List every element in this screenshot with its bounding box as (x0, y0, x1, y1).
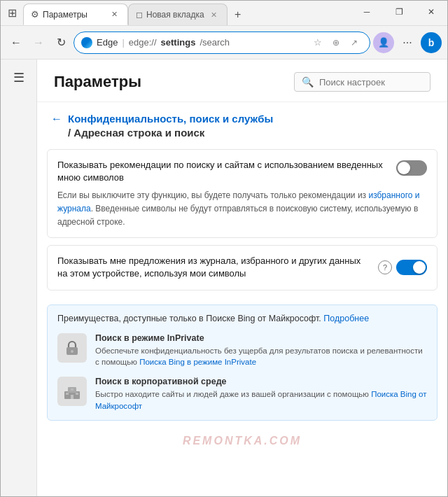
toggle2-help-icon[interactable]: ? (378, 260, 392, 274)
address-url-suffix: /search (200, 37, 230, 48)
corporate-desc: Быстро находите сайты и людей даже из ва… (95, 388, 427, 412)
bing-feature-inprivate: Поиск в режиме InPrivate Обеспечьте конф… (57, 333, 427, 368)
settings-search-input[interactable] (319, 77, 414, 88)
inprivate-title: Поиск в режиме InPrivate (95, 333, 427, 343)
bookmark-icon[interactable]: ☆ (309, 34, 326, 51)
settings-search-box[interactable]: 🔍 (294, 72, 430, 92)
toggle2-switch[interactable] (396, 260, 427, 275)
newtab-tab-label: Новая вкладка (146, 10, 204, 20)
toggle1-desc: Если вы выключите эту функцию, вы будете… (57, 189, 427, 228)
toggle2-label: Показывать мне предложения из журнала, и… (57, 255, 370, 280)
toggle1-switch[interactable] (396, 160, 427, 176)
tab-settings[interactable]: ⚙ Параметры ✕ (23, 4, 128, 25)
page-title: Параметры (54, 73, 141, 91)
window-grid-icon[interactable]: ⊞ (1, 1, 23, 25)
sidebar-menu-button[interactable]: ☰ (5, 65, 33, 90)
address-input[interactable]: Edge | edge://settings/search ☆ ⊕ ↗ (74, 31, 370, 54)
settings-header: Параметры 🔍 (37, 59, 447, 102)
address-url-bold: settings (161, 37, 196, 48)
settings-tab-icon: ⚙ (31, 9, 39, 20)
settings-section: Показывать рекомендации по поиску и сайт… (37, 144, 447, 304)
tab-newtab[interactable]: ◻ Новая вкладка ✕ (128, 4, 227, 25)
search-icon: 🔍 (302, 76, 314, 88)
bing-chat-button[interactable]: b (421, 32, 442, 53)
breadcrumb: ← Конфиденциальность, поиск и службы / А… (37, 102, 447, 144)
minimize-button[interactable]: ─ (351, 1, 383, 23)
bing-promo-link[interactable]: Подробнее (323, 314, 369, 323)
new-tab-button[interactable]: + (227, 4, 248, 25)
profile-button[interactable]: 👤 (373, 32, 394, 53)
newtab-tab-icon: ◻ (136, 10, 143, 20)
sidebar: ☰ (1, 59, 37, 497)
settings-layout: ☰ Параметры 🔍 ← Конфиденциальность, поис… (1, 59, 447, 497)
bing-promo-section: Преимущества, доступные только в Поиске … (47, 304, 438, 421)
address-edge-label: Edge (97, 37, 118, 48)
bing-feature-corporate: Поиск в корпоративной среде Быстро наход… (57, 377, 427, 412)
corporate-title: Поиск в корпоративной среде (95, 377, 427, 386)
svg-rect-7 (71, 388, 74, 391)
close-button[interactable]: ✕ (415, 1, 447, 23)
back-button[interactable]: ← (6, 33, 26, 52)
toggle1-label: Показывать рекомендации по поиску и сайт… (57, 159, 388, 184)
restore-button[interactable]: ❐ (383, 1, 415, 23)
edge-logo (81, 37, 92, 48)
collections-icon[interactable]: ⊕ (328, 34, 344, 51)
setting-card-1: Показывать рекомендации по поиску и сайт… (47, 149, 438, 238)
setting-card-2: Показывать мне предложения из журнала, и… (47, 245, 438, 290)
newtab-tab-close[interactable]: ✕ (208, 9, 220, 21)
bing-promo-text: Преимущества, доступные только в Поиске … (57, 314, 427, 323)
svg-rect-4 (71, 395, 74, 399)
address-bar: ← → ↻ Edge | edge://settings/search ☆ ⊕ … (1, 26, 447, 59)
settings-tab-close[interactable]: ✕ (108, 8, 120, 20)
watermark: REMONTKA.COM (37, 428, 447, 451)
refresh-button[interactable]: ↻ (51, 33, 71, 52)
svg-point-1 (71, 350, 74, 353)
corporate-icon (57, 377, 87, 406)
breadcrumb-current: / Адресная строка и поиск (68, 126, 273, 140)
back-arrow-icon[interactable]: ← (51, 113, 62, 125)
breadcrumb-parent-link[interactable]: Конфиденциальность, поиск и службы (68, 112, 273, 126)
more-button[interactable]: ··· (397, 32, 418, 53)
address-url-prefix: edge:// (129, 37, 157, 48)
share-icon[interactable]: ↗ (346, 34, 363, 51)
svg-rect-5 (66, 393, 69, 395)
forward-button[interactable]: → (29, 33, 48, 52)
inprivate-desc: Обеспечьте конфиденциальность без ущерба… (95, 345, 427, 368)
settings-tab-label: Параметры (43, 10, 105, 20)
main-content: Параметры 🔍 ← Конфиденциальность, поиск … (37, 59, 447, 497)
svg-rect-6 (76, 393, 78, 395)
inprivate-icon (57, 333, 87, 363)
